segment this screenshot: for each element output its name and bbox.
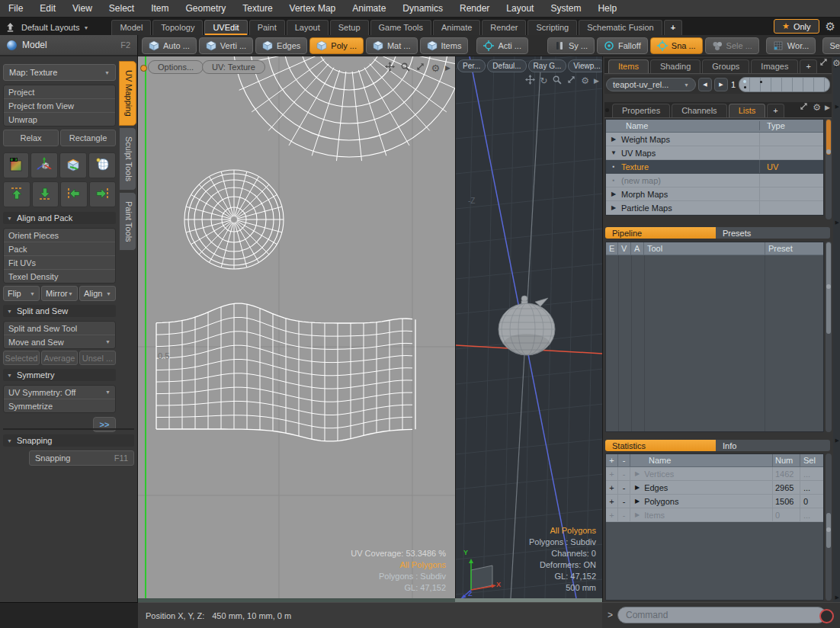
panel-collapse-arrow-icon[interactable]: ▶ (835, 594, 839, 601)
pipeline-empty-body[interactable] (606, 255, 823, 431)
tab-default-shading[interactable]: Defaul... (487, 59, 526, 72)
expand-icon[interactable] (415, 61, 425, 75)
menu-item-select[interactable]: Select (101, 0, 143, 17)
scene-dropdown[interactable]: teapot-uv_rel... ▼ (606, 78, 696, 91)
panel-collapse-arrow-icon[interactable]: ▶ (835, 104, 839, 110)
statistics-row-vertices[interactable]: +-▶Vertices1462... (606, 467, 823, 481)
menu-item-item[interactable]: Item (143, 0, 177, 17)
column-name[interactable]: Name (606, 121, 759, 130)
collapsed-arrow-icon[interactable]: ▶ (606, 204, 621, 211)
map-selector-dropdown[interactable]: Map: Texture ▼ (3, 64, 116, 81)
pipeline-column-tool[interactable]: Tool (644, 242, 765, 255)
tab-items[interactable]: Items (608, 59, 649, 73)
play-icon[interactable]: ▶ (594, 76, 599, 85)
tab-perspective[interactable]: Per... (457, 59, 486, 72)
rotate-icon[interactable]: ↻ (540, 76, 547, 85)
perspective-3d-viewport[interactable]: Per... Defaul... Ray G... Viewp... ↻⚙▶ -… (455, 56, 602, 598)
split-sew-tool-button[interactable]: Split and Sew Tool (4, 322, 115, 335)
next-scene-button[interactable]: ▶ (714, 78, 728, 91)
relax-button[interactable]: Relax (3, 130, 59, 146)
toolbar-button-items[interactable]: Items (420, 37, 469, 54)
tab-channels[interactable]: Channels (672, 104, 726, 117)
fit-uvs-button[interactable]: Fit UVs (4, 255, 115, 269)
align-arrow-down-button[interactable] (32, 181, 59, 207)
menu-item-dynamics[interactable]: Dynamics (394, 0, 451, 17)
tab-lists[interactable]: Lists (729, 104, 766, 117)
unwrap-button[interactable]: Unwrap (4, 112, 115, 126)
menu-item-geometry[interactable]: Geometry (178, 0, 235, 17)
uv-wrap-tool-button[interactable] (88, 152, 116, 178)
play-icon[interactable]: ▶ (445, 63, 450, 73)
gear-icon[interactable]: ⚙ (431, 63, 440, 73)
axis-tool-tool-button[interactable] (30, 152, 58, 178)
collapsed-arrow-icon[interactable]: ▶ (635, 511, 640, 518)
gear-icon[interactable]: ⚙ (581, 76, 589, 85)
items-add-tab-button[interactable]: + (800, 59, 816, 73)
statistics-column-num[interactable]: Num (773, 454, 800, 466)
layout-tab-paint[interactable]: Paint (249, 20, 285, 35)
viewport-menu-dot-icon[interactable] (140, 65, 147, 72)
add-layout-tab-button[interactable]: + (664, 20, 682, 35)
toolbar-button-sna[interactable]: Sna ... (650, 37, 703, 54)
properties-add-tab-button[interactable]: + (767, 104, 784, 117)
record-macro-button[interactable] (819, 609, 834, 623)
move-and-sew-dropdown[interactable]: Move and Sew ▼ (4, 335, 115, 348)
panel-collapse-arrow-icon[interactable]: ▶ (835, 437, 839, 444)
toolbar-button-sele[interactable]: Sele ... (705, 37, 759, 54)
menu-item-edit[interactable]: Edit (31, 0, 64, 17)
section-symmetry[interactable]: ▼ Symmetry (3, 369, 116, 381)
column-type[interactable]: Type (759, 121, 823, 130)
gradient-tool-button[interactable]: 0 3 (3, 152, 29, 178)
pipeline-column-preset[interactable]: Preset (765, 242, 823, 255)
magnify-icon[interactable] (400, 61, 410, 75)
play-icon[interactable]: ▶ (825, 103, 830, 112)
expand-icon[interactable] (799, 101, 809, 114)
lists-row-particle-maps[interactable]: ▶Particle Maps (606, 201, 823, 215)
lists-row-uv-maps[interactable]: ▼UV Maps (606, 146, 823, 160)
layout-tab-animate[interactable]: Animate (433, 20, 480, 35)
mini-timeline[interactable] (739, 77, 830, 92)
expand-plus-button[interactable]: + (606, 508, 618, 521)
toolbar-button-falloff[interactable]: Falloff (597, 37, 648, 54)
statistics-scrollbar[interactable] (826, 453, 832, 601)
extrude-tool-button[interactable] (59, 152, 87, 178)
uv-options-button[interactable]: Options... (148, 60, 204, 74)
project-button[interactable]: Project (4, 85, 115, 98)
section-split-and-sew[interactable]: ▼ Split and Sew (3, 305, 116, 317)
panel-edge-strip[interactable]: ▶▶▶▶▶ (833, 56, 840, 602)
toolbar-button-mat[interactable]: Mat ... (366, 37, 418, 54)
lists-row-texture[interactable]: ▪TextureUV (606, 160, 823, 174)
tab-pipeline[interactable]: Pipeline (605, 227, 716, 239)
layout-export-icon[interactable] (0, 19, 20, 34)
statistics-row-polygons[interactable]: +-▶Polygons15060 (606, 495, 823, 508)
magnify-icon[interactable] (552, 74, 562, 88)
tab-images[interactable]: Images (751, 59, 798, 73)
statistics-row-items[interactable]: +-▶Items0... (606, 508, 823, 522)
toolbar-button-verti[interactable]: Verti ... (199, 37, 253, 54)
collapse-minus-button[interactable]: - (618, 467, 630, 480)
collapsed-arrow-icon[interactable]: ▶ (606, 136, 621, 143)
prev-scene-button[interactable]: ◀ (698, 78, 712, 91)
uv-editor-viewport[interactable]: Options... UV: Texture ⚙▶ 0.5 UV Coverag… (138, 56, 455, 598)
expand-plus-button[interactable]: + (606, 467, 618, 480)
tab-viewport-options[interactable]: Viewp... (568, 59, 602, 72)
tab-sculpt-tools[interactable]: Sculpt Tools (119, 127, 136, 191)
menu-item-file[interactable]: File (0, 0, 31, 17)
collapse-minus-button[interactable]: - (618, 481, 630, 494)
move-icon[interactable] (385, 61, 395, 75)
layout-tab-topology[interactable]: Topology (152, 20, 203, 35)
average-button[interactable]: Average (41, 351, 78, 365)
default-layouts-dropdown[interactable]: Default Layouts ▼ (21, 23, 88, 32)
uv-symmetry-dropdown[interactable]: UV Symmetry: Off ▼ (4, 386, 115, 399)
layout-tab-layout[interactable]: Layout (287, 20, 329, 35)
project-from-view-button[interactable]: Project from View (4, 98, 115, 112)
collapsed-arrow-icon[interactable]: ▶ (635, 470, 640, 477)
layout-tab-model[interactable]: Model (111, 20, 151, 35)
orient-pieces-button[interactable]: Orient Pieces (4, 229, 115, 242)
collapsed-arrow-icon[interactable]: ▶ (606, 191, 621, 197)
toolbar-button-sel[interactable]: Sel ... (822, 37, 840, 54)
tab-presets[interactable]: Presets (716, 227, 830, 239)
selected-button[interactable]: Selected (3, 351, 40, 365)
layout-gear-icon[interactable]: ⚙ (826, 21, 835, 32)
statistics-row-edges[interactable]: +-▶Edges2965... (606, 481, 823, 495)
